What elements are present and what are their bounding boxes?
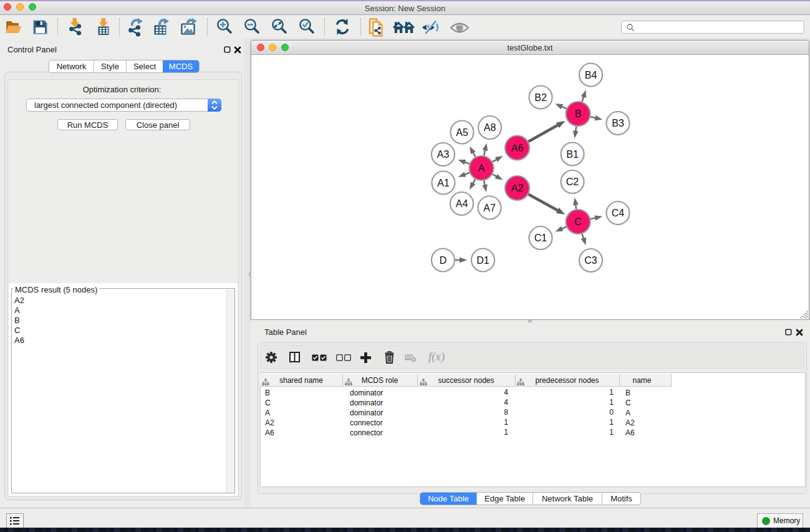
svg-text:C4: C4 [612, 208, 625, 218]
svg-text:A: A [478, 163, 485, 173]
svg-text:B: B [575, 109, 582, 119]
svg-text:C1: C1 [534, 233, 547, 243]
svg-text:D1: D1 [476, 255, 489, 266]
svg-text:B2: B2 [534, 92, 547, 103]
svg-text:D: D [440, 255, 447, 266]
svg-text:B3: B3 [612, 118, 624, 128]
svg-text:C: C [574, 216, 582, 227]
svg-text:A5: A5 [456, 127, 468, 138]
svg-text:B4: B4 [585, 70, 597, 80]
svg-text:A6: A6 [511, 143, 524, 153]
svg-text:C3: C3 [584, 255, 597, 266]
svg-text:A1: A1 [437, 178, 450, 188]
svg-text:A4: A4 [456, 198, 468, 209]
svg-text:A2: A2 [511, 183, 524, 193]
svg-text:B1: B1 [566, 149, 579, 160]
svg-text:A3: A3 [437, 149, 450, 160]
svg-text:A8: A8 [484, 122, 496, 133]
svg-text:A7: A7 [483, 203, 496, 213]
svg-text:C2: C2 [566, 177, 579, 187]
